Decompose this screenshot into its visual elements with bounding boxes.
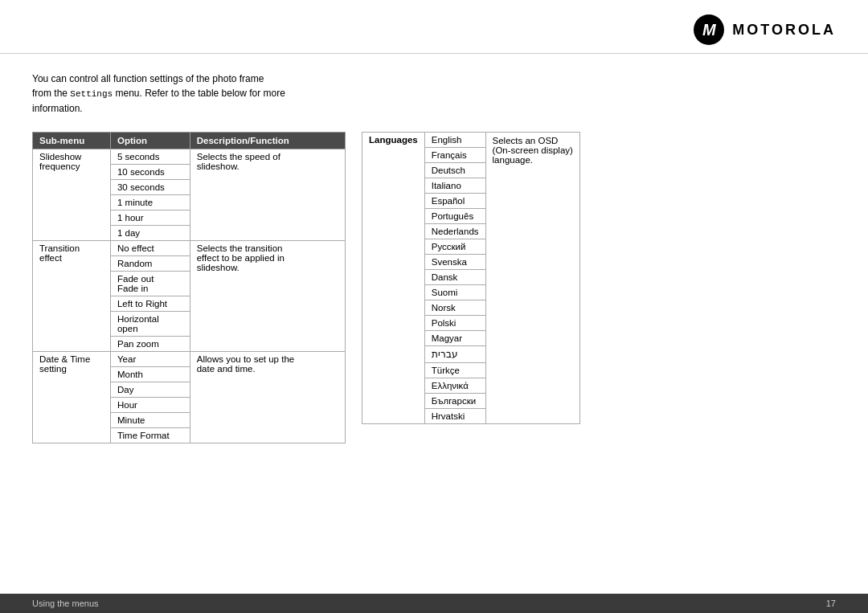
motorola-logo: M MOTOROLA [694, 14, 836, 45]
languages-label: Languages [362, 132, 425, 423]
page-container: M MOTOROLA You can control all function … [0, 0, 868, 613]
option-1hour: 1 hour [110, 210, 190, 225]
lang-russian: Русский [424, 239, 485, 254]
option-horiz-open: Horizontalopen [110, 311, 190, 336]
lang-polski: Polski [424, 315, 485, 330]
lang-hebrew: עברית [424, 345, 485, 362]
transition-submenu: Transitioneffect [33, 240, 111, 351]
option-noeffect: No effect [110, 240, 190, 255]
option-1min: 1 minute [110, 194, 190, 210]
col-desc-header: Description/Function [190, 132, 345, 149]
motorola-brand-name: MOTOROLA [732, 22, 836, 39]
lang-turkce: Türkçe [424, 362, 485, 378]
lang-dansk: Dansk [424, 269, 485, 284]
lang-deutsch: Deutsch [424, 162, 485, 178]
option-10sec: 10 seconds [110, 164, 190, 179]
option-1day: 1 day [110, 225, 190, 240]
col-submenu-header: Sub-menu [33, 132, 111, 149]
option-panzoom: Pan zoom [110, 336, 190, 351]
lang-francais: Français [424, 147, 485, 162]
languages-table: Languages English Selects an OSD(On-scre… [362, 132, 580, 424]
main-content: You can control all function settings of… [0, 54, 868, 594]
slideshow-desc: Selects the speed ofslideshow. [190, 149, 345, 240]
intro-line2-start: from the [32, 88, 70, 99]
intro-line2-end: menu. Refer to the table below for more [113, 88, 285, 99]
datetime-desc: Allows you to set up thedate and time. [190, 351, 345, 443]
table-row: Slideshowfrequency 5 seconds Selects the… [33, 149, 346, 164]
datetime-submenu: Date & Timesetting [33, 351, 111, 443]
lang-english: English [424, 132, 485, 147]
option-hour: Hour [110, 397, 190, 412]
option-5sec: 5 seconds [110, 149, 190, 164]
table-row: Date & Timesetting Year Allows you to se… [33, 351, 346, 366]
lang-nederlands: Nederlands [424, 223, 485, 239]
lang-suomi: Suomi [424, 284, 485, 300]
option-minute: Minute [110, 412, 190, 427]
intro-line3: information. [32, 103, 83, 114]
table-row: Transitioneffect No effect Selects the t… [33, 240, 346, 255]
transition-desc: Selects the transitioneffect to be appli… [190, 240, 345, 351]
settings-table: Sub-menu Option Description/Function Sli… [32, 132, 346, 443]
intro-settings-word: Settings [70, 89, 113, 99]
slideshow-submenu: Slideshowfrequency [33, 149, 111, 240]
lang-description: Selects an OSD(On-screen display)languag… [485, 132, 579, 423]
option-random: Random [110, 255, 190, 271]
lang-svenska: Svenska [424, 254, 485, 269]
header: M MOTOROLA [0, 0, 868, 54]
option-30sec: 30 seconds [110, 179, 190, 194]
intro-text: You can control all function settings of… [32, 72, 836, 116]
motorola-icon: M [694, 14, 724, 45]
lang-magyar: Magyar [424, 330, 485, 345]
lang-greek: Ελληνικά [424, 378, 485, 393]
option-fadeout-fadein: Fade outFade in [110, 271, 190, 296]
lang-bulgarian: Български [424, 393, 485, 408]
footer: Using the menus 17 [0, 594, 868, 613]
option-left-right: Left to Right [110, 296, 190, 311]
option-timeformat: Time Format [110, 427, 190, 443]
lang-norsk: Norsk [424, 300, 485, 315]
option-year: Year [110, 351, 190, 366]
lang-header-row: Languages English Selects an OSD(On-scre… [362, 132, 580, 147]
table-header-row: Sub-menu Option Description/Function [33, 132, 346, 149]
intro-line1: You can control all function settings of… [32, 73, 264, 84]
lang-portugues: Português [424, 208, 485, 223]
col-option-header: Option [110, 132, 190, 149]
motorola-m-letter: M [702, 21, 716, 39]
lang-hrvatski: Hrvatski [424, 408, 485, 423]
lang-italiano: Italiano [424, 178, 485, 193]
footer-page-number: 17 [826, 599, 836, 608]
option-day: Day [110, 382, 190, 397]
lang-espanol: Español [424, 193, 485, 208]
tables-row: Sub-menu Option Description/Function Sli… [32, 132, 836, 443]
footer-label: Using the menus [32, 599, 99, 608]
option-month: Month [110, 366, 190, 382]
